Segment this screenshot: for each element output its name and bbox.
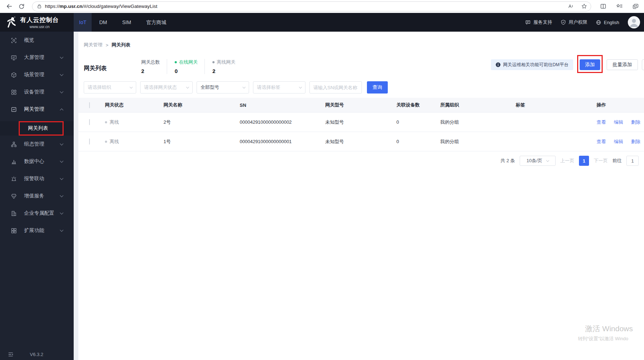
tab-mall[interactable]: 官方商城 [139,13,174,32]
edit-link[interactable]: 编辑 [614,138,623,145]
chevron-down-icon [60,211,64,214]
chevron-down-icon [60,176,64,180]
dm-platform-notice: 网关运维相关功能可前往DM平台 [491,59,573,70]
main-content: 网关管理 > 网关列表 网关列表 网关总数 2 在线网关 0 离线网关 2 网关… [78,32,644,360]
tag-select[interactable]: 请选择标签 [253,81,305,94]
clipped-button-edge [642,59,644,70]
breadcrumb-separator: > [106,42,109,48]
sidebar-item-alarm-linkage[interactable]: 报警联动 [0,170,74,187]
edit-link[interactable]: 编辑 [614,119,623,126]
sidebar-item-configuration-mgmt[interactable]: 组态管理 [0,136,74,153]
favorite-star-icon[interactable] [581,3,587,9]
sidebar-item-value-added[interactable]: 增值服务 [0,187,74,205]
app-logo[interactable]: 有人云控制台 www.usr.cn [0,13,74,32]
tab-sim[interactable]: SIM [115,13,139,32]
view-link[interactable]: 查看 [597,119,606,126]
breadcrumb-parent[interactable]: 网关管理 [84,42,102,48]
url-text[interactable]: https://mp.usr.cn/#/cloud/gateway/ViewGa… [45,4,564,9]
offline-dot-icon [105,141,107,143]
topology-icon [11,141,17,147]
gateway-table: 网关状态 网关名称 SN 网关型号 关联设备数 所属组织 标签 操作 离线 2号… [78,98,644,151]
goto-page-input[interactable] [626,156,639,166]
address-bar[interactable]: https://mp.usr.cn/#/cloud/gateway/ViewGa… [32,1,591,12]
tab-iot[interactable]: IoT [74,13,92,32]
shield-icon [561,19,566,25]
favorites-list-icon[interactable] [616,3,623,9]
org-select[interactable]: 请选择组织 [84,81,136,94]
status-cell: 离线 [105,138,164,145]
sidebar-item-enterprise-config[interactable]: 企业专属配置 [0,205,74,222]
chevron-down-icon [60,142,64,145]
search-button[interactable]: 查询 [367,81,388,94]
platform-tabs: IoT DM SIM 官方商城 [74,13,174,32]
collections-icon[interactable] [632,3,639,10]
page-size-select[interactable]: 10条/页 [520,156,556,166]
sidebar-item-gateway-list[interactable]: 网关列表 [0,121,74,136]
chevron-down-icon [243,85,245,88]
device-grid-icon [11,89,17,95]
read-aloud-icon[interactable] [568,4,574,9]
model-cell: 未知型号 [325,138,396,145]
sidebar-item-gateway-mgmt[interactable]: 网关管理 [0,101,74,118]
browser-toolbar: https://mp.usr.cn/#/cloud/gateway/ViewGa… [0,0,644,13]
gem-shield-icon [11,193,17,199]
breadcrumb: 网关管理 > 网关列表 [84,42,130,48]
prev-page-button[interactable]: 上一页 [560,158,574,164]
sidebar-item-device-mgmt[interactable]: 设备管理 [0,83,74,101]
sidebar-item-extensions[interactable]: 扩展功能 [0,222,74,239]
filter-bar: 请选择组织 请选择网关状态 全部型号 请选择标签 查询 [84,81,388,94]
app-subtitle: www.usr.cn [29,24,50,29]
chevron-down-icon [60,90,64,93]
split-screen-icon[interactable] [600,3,607,9]
overview-icon [11,37,17,44]
goto-label: 前往 [612,158,622,164]
chevron-up-icon [60,108,64,112]
chevron-down-icon [60,228,64,232]
sidebar-item-data-center[interactable]: 数据中心 [0,153,74,170]
sidebar-item-screen-mgmt[interactable]: 大屏管理 [0,49,74,66]
table-header-row: 网关状态 网关名称 SN 网关型号 关联设备数 所属组织 标签 操作 [78,98,644,113]
sn-search-input[interactable] [313,85,358,90]
row-checkbox[interactable] [89,119,90,125]
refresh-icon[interactable] [18,3,25,10]
col-header-devices: 关联设备数 [396,102,440,108]
user-permissions-link[interactable]: 用户权限 [561,19,587,26]
back-icon[interactable] [6,3,13,10]
language-switcher[interactable]: English [596,20,619,25]
breadcrumb-current: 网关列表 [112,42,130,48]
offline-dot-icon [105,121,107,123]
delete-link[interactable]: 删除 [631,138,640,145]
online-dot-icon [175,61,177,63]
col-header-org: 所属组织 [440,102,516,108]
user-avatar[interactable] [628,16,640,28]
tab-dm[interactable]: DM [92,13,115,32]
status-cell: 离线 [105,119,164,126]
row-checkbox[interactable] [89,138,90,145]
sidebar-nav: 概览 大屏管理 场景管理 设备管理 网关管理 网关列表 组态管理 数据中心 报警… [0,32,74,360]
devices-cell: 0 [396,119,440,125]
org-cell: 我的分组 [440,138,516,145]
current-page-button[interactable]: 1 [579,156,589,166]
model-select[interactable]: 全部型号 [197,81,249,94]
four-squares-icon [11,228,17,234]
sidebar-item-overview[interactable]: 概览 [0,32,74,49]
lock-icon [37,3,42,9]
building-icon [11,210,17,217]
view-link[interactable]: 查看 [597,138,606,145]
gateway-status-select[interactable]: 请选择网关状态 [140,81,193,94]
sidebar-item-scene-mgmt[interactable]: 场景管理 [0,66,74,83]
bar-chart-icon [11,159,17,165]
chevron-down-icon [60,55,64,59]
service-support-link[interactable]: 服务支持 [525,19,552,26]
add-button[interactable]: 添加 [580,59,600,70]
sn-search-field[interactable] [309,81,362,94]
delete-link[interactable]: 删除 [631,119,640,126]
batch-add-button[interactable]: 批量添加 [607,59,638,70]
devices-cell: 0 [396,139,440,144]
chevron-down-icon [60,159,64,163]
collapse-sidebar-icon[interactable] [8,352,14,357]
name-cell: 1号 [164,138,240,145]
col-header-status: 网关状态 [105,102,164,108]
select-all-checkbox[interactable] [89,102,90,108]
next-page-button[interactable]: 下一页 [594,158,608,164]
